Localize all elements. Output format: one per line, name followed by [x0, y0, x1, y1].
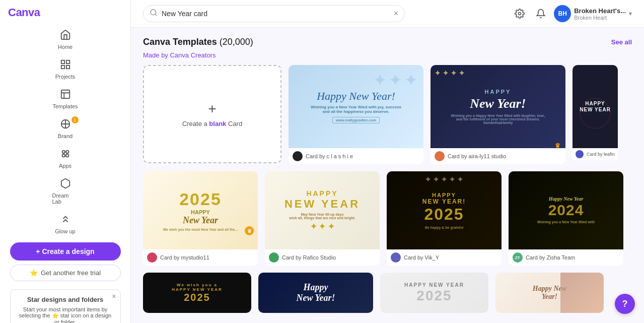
settings-button[interactable] — [512, 6, 528, 22]
trial-button[interactable]: ⭐ Get another free trial — [10, 265, 121, 281]
apps-icon — [60, 148, 71, 162]
template-card-blue-fireworks[interactable]: HappyNew Year! — [258, 273, 373, 313]
search-icon — [150, 9, 158, 19]
tooltip-close-button[interactable]: × — [112, 293, 116, 300]
card-image-blue-fireworks: HappyNew Year! — [258, 273, 373, 313]
tooltip-body: Start your most important items by selec… — [18, 306, 113, 323]
svg-rect-0 — [61, 60, 64, 63]
sidebar-item-templates[interactable]: Templates — [50, 85, 81, 113]
templates-header: Canva Templates (20,000) See all — [131, 28, 644, 51]
template-card-light-2025[interactable]: HAPPY NEW YEAR 2025 — [380, 273, 488, 313]
avatar-info: Broken Heart's... Broken Heart — [574, 7, 626, 21]
card-footer-blue-ny: Card by c l a s h i e — [289, 148, 423, 164]
avatar-name: Broken Heart's... — [574, 7, 626, 15]
svg-point-10 — [151, 10, 156, 15]
template-card-cursive-ny[interactable]: Happy NewYear! — [495, 273, 604, 313]
sidebar-item-templates-label: Templates — [52, 103, 78, 109]
create-blank-card[interactable]: + Create a blank Card — [143, 65, 281, 163]
template-card-black-ny[interactable]: HAPPYNEW YEAR Card by leafin — [573, 65, 618, 164]
header-actions: BH Broken Heart's... Broken Heart ▾ — [512, 5, 632, 22]
main-content: × BH Broken Heart's... Broken Heart ▾ — [131, 0, 644, 323]
card-image-light-2025: HAPPY NEW YEAR 2025 — [380, 273, 488, 313]
dreamlab-icon — [60, 178, 71, 191]
star-tooltip: × Star designs and folders Start your mo… — [10, 289, 121, 323]
card-image-cream-ny: HAPPY NEW YEAR May New Year fill up days… — [265, 171, 380, 249]
template-card-dark-ny[interactable]: HAPPY New Year! Wishing you a Happy New … — [431, 65, 565, 164]
star-icon: ⭐ — [30, 269, 38, 277]
template-card-2025-gold[interactable]: 2025 HAPPY New Year We wish you the most… — [143, 171, 258, 266]
card-image-2024-dark: Happy New Year 2024 Wishing you a New Ye… — [509, 171, 623, 249]
template-card-cream-ny[interactable]: HAPPY NEW YEAR May New Year fill up days… — [265, 171, 380, 266]
create-blank-label: Create a blank Card — [182, 120, 242, 127]
card-footer-dark-ny: Card by aira-ly11 studio — [431, 148, 565, 164]
brand-badge: 1 — [71, 116, 79, 123]
card-image-gold-fireworks: We wish you aHAPPY NEW YEAR 2025 — [143, 273, 251, 313]
card-avatar-cream-ny — [269, 252, 279, 263]
card-image-cursive-ny: Happy NewYear! — [495, 273, 604, 313]
home-icon — [60, 29, 71, 43]
sidebar-item-dreamlab-label: Dream Lab — [52, 192, 79, 205]
template-row-3: We wish you aHAPPY NEW YEAR 2025 HappyNe… — [131, 273, 644, 313]
svg-point-7 — [65, 151, 68, 154]
plus-icon: + — [208, 101, 216, 117]
logo-area: Canva — [0, 6, 130, 25]
template-card-gold-fireworks[interactable]: We wish you aHAPPY NEW YEAR 2025 — [143, 273, 251, 313]
template-row-1: + Create a blank Card Happy New Year! Wi… — [131, 65, 644, 164]
card-avatar-2024-dark: ZT — [513, 252, 523, 263]
avatar-subtitle: Broken Heart — [574, 15, 626, 21]
card-avatar-blue-ny — [293, 151, 303, 161]
card-footer-dark-gold-2025: Card by Vik_Y — [387, 249, 502, 266]
svg-point-9 — [65, 154, 68, 157]
svg-rect-2 — [61, 66, 64, 69]
card-image-2025-gold: 2025 HAPPY New Year We wish you the most… — [143, 171, 258, 249]
template-card-2024-dark[interactable]: Happy New Year 2024 Wishing you a New Ye… — [509, 171, 623, 266]
search-bar[interactable]: × — [143, 5, 405, 22]
tooltip-title: Star designs and folders — [18, 296, 113, 303]
projects-icon — [60, 59, 71, 73]
search-clear-button[interactable]: × — [394, 10, 398, 18]
card-image-blue-ny: Happy New Year! Wishing you a New Year f… — [289, 65, 423, 148]
user-avatar-area[interactable]: BH Broken Heart's... Broken Heart ▾ — [554, 5, 632, 22]
avatar: BH — [554, 5, 571, 22]
template-card-dark-gold-2025[interactable]: HAPPY NEW YEAR! 2025 Be happy & be grate… — [387, 171, 502, 266]
sidebar-item-dreamlab[interactable]: Dream Lab — [50, 174, 81, 209]
card-image-black-ny: HAPPYNEW YEAR — [573, 65, 618, 148]
card-footer-black-ny: Card by leafin — [573, 148, 618, 160]
sidebar-item-apps[interactable]: Apps — [50, 144, 81, 173]
svg-point-8 — [62, 154, 64, 157]
svg-point-6 — [62, 151, 64, 154]
card-footer-2025-gold: Card by mystudio11 — [143, 249, 258, 266]
sidebar-nav: Home Projects Templates 1 Brand Apps — [0, 25, 130, 238]
sidebar-item-home-label: Home — [58, 44, 73, 50]
notifications-button[interactable] — [533, 6, 549, 22]
sidebar-item-projects-label: Projects — [55, 74, 76, 80]
card-footer-2024-dark: ZT Card by Zisha Team — [509, 249, 623, 266]
svg-rect-4 — [61, 90, 69, 99]
logo: Canva — [8, 6, 40, 19]
sidebar-item-apps-label: Apps — [59, 163, 71, 169]
sidebar-item-home[interactable]: Home — [50, 25, 81, 54]
svg-point-11 — [519, 13, 521, 15]
templates-icon — [60, 89, 71, 102]
brand-icon — [60, 118, 71, 132]
sidebar-item-glowup-label: Glow up — [55, 228, 75, 234]
svg-rect-3 — [66, 66, 69, 69]
glowup-icon — [60, 214, 71, 227]
card-image-dark-gold-2025: HAPPY NEW YEAR! 2025 Be happy & be grate… — [387, 171, 502, 249]
templates-title: Canva Templates (20,000) — [143, 37, 253, 47]
templates-subtitle: Made by Canva Creators — [131, 51, 644, 65]
sidebar: Canva Home Projects Templates 1 B — [0, 0, 131, 323]
sidebar-item-projects[interactable]: Projects — [50, 55, 81, 84]
card-image-dark-ny: HAPPY New Year! Wishing you a Happy New … — [431, 65, 565, 148]
template-card-blue-ny[interactable]: Happy New Year! Wishing you a New Year f… — [289, 65, 423, 164]
template-row-2: 2025 HAPPY New Year We wish you the most… — [131, 171, 644, 266]
templates-see-all-link[interactable]: See all — [611, 38, 632, 46]
help-button[interactable]: ? — [615, 294, 635, 314]
create-design-button[interactable]: + Create a design — [10, 242, 121, 261]
card-footer-cream-ny: Card by Rafico Studio — [265, 249, 380, 266]
svg-rect-1 — [66, 60, 69, 63]
sidebar-item-glowup[interactable]: Glow up — [50, 210, 81, 238]
card-avatar-dark-gold-2025 — [391, 252, 401, 263]
search-input[interactable] — [162, 10, 390, 18]
sidebar-item-brand[interactable]: 1 Brand — [50, 114, 81, 143]
